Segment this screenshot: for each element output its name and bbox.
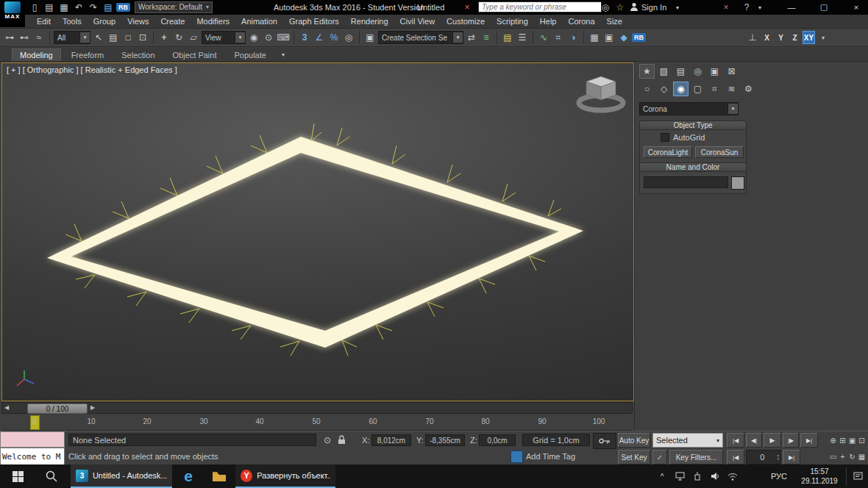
maxscript-mini-listener[interactable]: Welcome to M — [0, 448, 65, 465]
shapes-category-icon[interactable]: ◇ — [656, 82, 672, 96]
menu-create[interactable]: Create — [154, 15, 191, 27]
app-logo-button[interactable]: MAX — [0, 0, 25, 27]
redo-icon[interactable]: ↷ — [87, 1, 100, 13]
menu-help[interactable]: Help — [534, 15, 563, 27]
favorites-star-icon[interactable]: ☆ — [613, 1, 627, 13]
frame-spinner[interactable]: ▴ ▾ — [777, 453, 779, 461]
selection-lock-icon[interactable] — [337, 434, 346, 446]
bind-to-space-warp-icon[interactable]: ≈ — [32, 32, 46, 44]
autogrid-checkbox[interactable] — [661, 133, 669, 142]
isolate-selection-icon[interactable]: ⊙ — [321, 434, 334, 446]
ribbon-tab-populate[interactable]: Populate — [227, 49, 273, 61]
taskbar-app-yandex[interactable]: Y Развернуть объект... — [235, 464, 335, 488]
save-file-icon[interactable]: ▦ — [57, 1, 71, 13]
name-color-rollout-header[interactable]: Name and Color — [639, 162, 747, 172]
next-key-button[interactable]: ▶| — [783, 450, 800, 464]
maximize-button[interactable]: ▢ — [809, 1, 839, 13]
sign-in-chevron-icon[interactable]: ▾ — [671, 1, 684, 14]
previous-frame-button[interactable]: ◀| — [746, 433, 762, 448]
material-editor-icon[interactable]: ◑ — [566, 32, 580, 44]
systems-category-icon[interactable]: ⚙ — [741, 82, 756, 96]
space-warps-category-icon[interactable]: ≋ — [724, 82, 739, 96]
tray-network-icon[interactable] — [725, 464, 740, 488]
key-filters-button[interactable]: Key Filters... — [669, 450, 723, 464]
set-key-button[interactable]: Set Key — [618, 450, 650, 464]
select-and-link-icon[interactable]: ⊶ — [3, 32, 16, 44]
workspace-dropdown[interactable]: Workspace: Default ▾ — [135, 1, 213, 13]
viewport-canvas[interactable] — [2, 63, 632, 399]
light-category-dropdown[interactable]: Corona ▾ — [639, 102, 739, 115]
infocenter-close-icon[interactable]: × — [460, 1, 474, 13]
select-object-icon[interactable]: ↖ — [92, 32, 105, 44]
go-to-start-button[interactable]: |◀ — [727, 433, 744, 448]
ribbon-tab-object-paint[interactable]: Object Paint — [166, 49, 224, 61]
geometry-category-icon[interactable]: ○ — [639, 82, 655, 96]
window-crossing-icon[interactable]: ⊡ — [136, 32, 149, 44]
menu-modifiers[interactable]: Modifiers — [191, 15, 235, 27]
select-and-move-icon[interactable]: + — [157, 32, 171, 44]
taskbar-search-button[interactable] — [35, 464, 68, 488]
named-selection-sets-dropdown[interactable]: Create Selection Se ▾ — [378, 31, 463, 44]
start-button[interactable] — [0, 464, 35, 488]
create-tab-icon[interactable]: ★ — [639, 64, 655, 79]
percent-snap-icon[interactable]: % — [327, 32, 341, 44]
display-tab-icon[interactable]: ▣ — [707, 64, 722, 79]
menu-customize[interactable]: Customize — [441, 15, 491, 27]
add-time-tag-label[interactable]: Add Time Tag — [526, 452, 575, 461]
taskbar-clock[interactable]: 15:57 29.11.2019 — [794, 464, 844, 488]
taskbar-file-explorer[interactable] — [204, 464, 234, 488]
set-key-mode-icon[interactable]: ✓ — [652, 450, 667, 464]
menu-views[interactable]: Views — [121, 15, 154, 27]
mirror-icon[interactable]: ⇄ — [465, 32, 478, 44]
action-center-button[interactable] — [847, 464, 868, 488]
auto-key-button[interactable]: Auto Key — [618, 433, 650, 448]
minimize-button[interactable]: — — [777, 1, 806, 13]
unlink-selection-icon[interactable]: ⊷ — [18, 32, 31, 44]
spinner-snap-icon[interactable]: ◎ — [342, 32, 355, 44]
use-pivot-center-icon[interactable]: ◉ — [247, 32, 260, 44]
axis-constraints-icon[interactable]: ⊥ — [746, 32, 759, 44]
help-chevron-icon[interactable]: ▾ — [753, 1, 766, 14]
time-slider-handle[interactable]: 0 / 100 — [27, 403, 88, 414]
menu-corona[interactable]: Corona — [562, 15, 600, 27]
motion-tab-icon[interactable]: ◎ — [690, 64, 705, 79]
maximize-viewport-icon[interactable]: ▦ — [857, 448, 867, 464]
cameras-category-icon[interactable]: ▢ — [690, 82, 705, 96]
infocenter-search-input[interactable] — [478, 1, 602, 12]
object-color-swatch[interactable] — [731, 176, 744, 190]
search-go-icon[interactable]: ◎ — [599, 1, 612, 13]
zoom-extents-all-icon[interactable]: ⊡ — [857, 432, 867, 448]
lights-category-icon[interactable]: ◉ — [673, 82, 689, 96]
reference-coordinate-dropdown[interactable]: View ▾ — [202, 31, 246, 44]
rb-render-icon[interactable]: RB — [632, 33, 646, 42]
time-slider-track[interactable]: ◀ 0 / 100 ▶ — [1, 402, 633, 414]
select-and-manipulate-icon[interactable]: ⊙ — [262, 32, 275, 44]
hidden-icons-chevron[interactable]: ^ — [655, 464, 669, 488]
modify-tab-icon[interactable]: ▧ — [656, 64, 672, 79]
helpers-category-icon[interactable]: ⌗ — [707, 82, 722, 96]
ribbon-tab-freeform[interactable]: Freeform — [64, 49, 112, 61]
spinner-down-icon[interactable]: ▾ — [777, 457, 779, 461]
menu-edit[interactable]: Edit — [31, 15, 57, 27]
key-mode-dropdown[interactable]: Selected ▾ — [652, 433, 723, 448]
selection-filter-dropdown[interactable]: All ▾ — [54, 31, 90, 44]
y-coord-input[interactable] — [425, 434, 465, 446]
schematic-view-icon[interactable]: ⌗ — [552, 32, 565, 44]
x-coord-input[interactable] — [371, 434, 411, 446]
ribbon-tab-modeling[interactable]: Modeling — [12, 49, 61, 61]
ribbon-tab-selection[interactable]: Selection — [114, 49, 162, 61]
help-icon[interactable]: ? — [740, 1, 753, 13]
track-bar[interactable]: 0 10 20 30 40 50 60 70 80 90 100 — [1, 415, 633, 431]
sign-in-button[interactable]: Sign In — [641, 3, 666, 12]
rendered-frame-window-icon[interactable]: ▣ — [602, 32, 616, 44]
next-frame-button[interactable]: |▶ — [783, 433, 799, 448]
axis-flyout-chevron-icon[interactable]: ▾ — [817, 32, 830, 44]
play-button[interactable]: ▶ — [764, 433, 781, 448]
orbit-icon[interactable]: ↻ — [847, 448, 857, 464]
render-production-icon[interactable]: ◆ — [617, 32, 630, 44]
view-cube[interactable] — [579, 76, 623, 110]
pan-view-icon[interactable]: + — [838, 448, 847, 464]
ribbon-minimize-chevron-icon[interactable]: ▾ — [277, 49, 290, 61]
z-coord-input[interactable] — [479, 434, 516, 446]
viewport-label[interactable]: [ + ] [ Orthographic ] [ Realistic + Edg… — [7, 65, 177, 74]
